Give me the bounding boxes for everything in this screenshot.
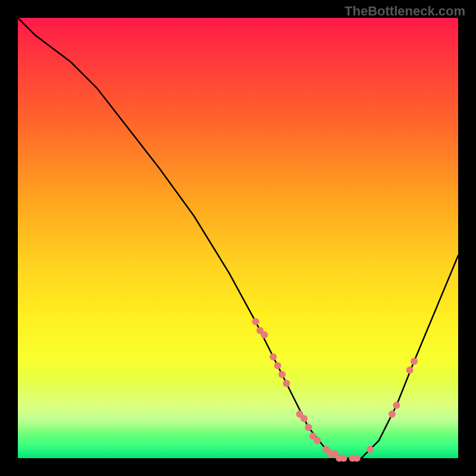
marker-dot <box>367 446 374 453</box>
marker-dot <box>278 371 286 378</box>
plot-area <box>18 18 458 458</box>
marker-dot <box>406 367 414 374</box>
marker-dot <box>340 455 347 462</box>
marker-dot <box>261 331 268 339</box>
marker-dot <box>353 455 361 462</box>
marker-dot <box>270 353 277 361</box>
bottleneck-curve <box>18 18 458 458</box>
marker-dot <box>411 358 418 365</box>
watermark-text: TheBottleneck.com <box>345 4 465 19</box>
marker-dot <box>305 424 312 431</box>
marker-dot <box>314 437 321 444</box>
marker-dot <box>283 380 290 387</box>
marker-dot <box>252 318 259 325</box>
curve-markers <box>252 318 418 462</box>
marker-dot <box>389 411 396 418</box>
marker-dot <box>274 362 281 369</box>
marker-dot <box>393 402 400 409</box>
chart-svg <box>18 18 458 458</box>
marker-dot <box>300 415 308 422</box>
